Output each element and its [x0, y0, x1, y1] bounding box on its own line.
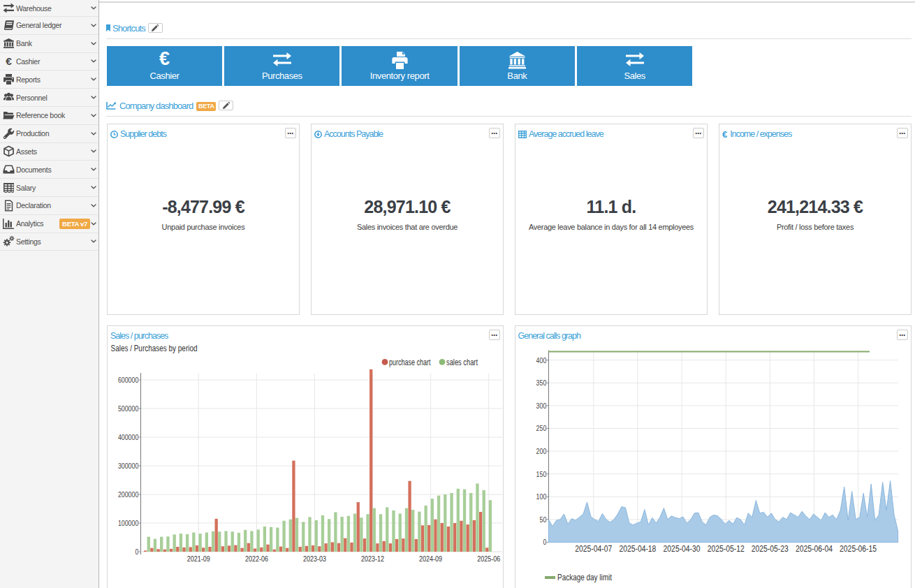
svg-text:500000: 500000 [118, 404, 138, 413]
svg-text:0: 0 [543, 538, 546, 546]
svg-text:2025-04-30: 2025-04-30 [664, 544, 701, 554]
svg-text:200: 200 [536, 447, 547, 455]
svg-text:sales chart: sales chart [446, 358, 478, 367]
svg-text:purchase chart: purchase chart [389, 358, 431, 367]
svg-text:100: 100 [536, 492, 547, 501]
svg-text:2025-05-12: 2025-05-12 [708, 544, 745, 554]
svg-text:2025-06-15: 2025-06-15 [840, 544, 877, 554]
svg-text:150: 150 [536, 470, 547, 478]
svg-text:600000: 600000 [118, 376, 138, 384]
svg-text:Package day limit: Package day limit [557, 573, 612, 582]
svg-text:2025-06-04: 2025-06-04 [796, 544, 833, 554]
svg-text:2025-04-07: 2025-04-07 [575, 544, 612, 554]
svg-text:2021-09: 2021-09 [187, 554, 210, 563]
svg-text:300: 300 [536, 402, 547, 410]
svg-text:€: € [6, 55, 12, 67]
svg-text:2023-12: 2023-12 [361, 554, 384, 563]
svg-text:2025-06: 2025-06 [477, 554, 500, 563]
svg-text:100000: 100000 [118, 519, 138, 527]
svg-text:0: 0 [135, 547, 138, 556]
svg-text:2024-09: 2024-09 [419, 554, 442, 563]
svg-text:Sales / Purchases by period: Sales / Purchases by period [111, 344, 198, 353]
svg-text:2025-04-18: 2025-04-18 [619, 544, 656, 554]
svg-text:50: 50 [540, 515, 547, 524]
svg-text:2023-03: 2023-03 [303, 554, 326, 563]
svg-text:400000: 400000 [118, 433, 138, 441]
svg-text:200000: 200000 [118, 490, 138, 499]
svg-text:2022-06: 2022-06 [245, 554, 268, 563]
svg-text:250: 250 [536, 424, 547, 432]
svg-text:350: 350 [536, 378, 547, 387]
svg-text:400: 400 [536, 356, 547, 365]
svg-text:300000: 300000 [118, 462, 138, 470]
svg-text:2025-05-23: 2025-05-23 [752, 544, 789, 554]
